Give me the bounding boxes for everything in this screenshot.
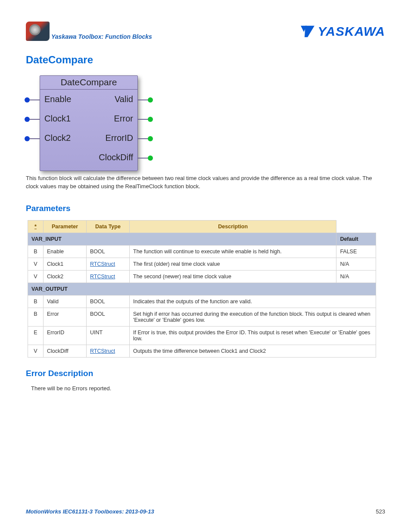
- fb-output: ClockDiff: [99, 152, 133, 162]
- product-logo-icon: [26, 22, 50, 41]
- fb-output: ErrorID: [106, 133, 133, 143]
- cell-flag: V: [28, 345, 44, 357]
- cell-flag: B: [28, 245, 44, 258]
- col-description: Description: [130, 220, 336, 233]
- yaskawa-mark-icon: [300, 25, 315, 38]
- table-row: VClock1RTCStructThe first (older) real t…: [28, 258, 376, 270]
- brand-logo: YASKAWA: [300, 24, 385, 39]
- cell-flag: V: [28, 270, 44, 283]
- cell-description: Outputs the time difference between Cloc…: [130, 345, 376, 357]
- input-pin-icon: [30, 119, 40, 120]
- type-link[interactable]: RTCStruct: [90, 274, 115, 280]
- cell-description: The function will continue to execute wh…: [130, 245, 336, 258]
- page-footer: MotionWorks IEC61131-3 Toolboxes: 2013-0…: [26, 508, 385, 515]
- cell-flag: E: [28, 326, 44, 345]
- cell-type: RTCStruct: [87, 345, 130, 357]
- fb-input: Clock1: [44, 114, 71, 124]
- cell-type: BOOL: [87, 295, 130, 308]
- cell-parameter: Clock1: [44, 258, 87, 270]
- output-pin-icon: [137, 100, 148, 100]
- cell-type: RTCStruct: [87, 258, 130, 270]
- var-input-label: VAR_INPUT: [28, 233, 336, 245]
- parameters-table: * Parameter Data Type Description VAR_IN…: [28, 220, 376, 358]
- cell-description: If Error is true, this output provides t…: [130, 326, 376, 345]
- cell-parameter: Clock2: [44, 270, 87, 283]
- table-row: BValidBOOLIndicates that the outputs of …: [28, 295, 376, 308]
- cell-parameter: Valid: [44, 295, 87, 308]
- table-row: BEnableBOOLThe function will continue to…: [28, 245, 376, 258]
- output-pin-icon: [137, 158, 148, 159]
- col-parameter: Parameter: [44, 220, 87, 233]
- page-number: 523: [376, 508, 385, 515]
- input-pin-icon: [30, 138, 40, 139]
- cell-parameter: Error: [44, 308, 87, 326]
- table-row: BErrorBOOLSet high if error has occurred…: [28, 308, 376, 326]
- cell-flag: V: [28, 258, 44, 270]
- type-link[interactable]: RTCStruct: [90, 348, 115, 354]
- col-datatype: Data Type: [87, 220, 130, 233]
- fb-name: DateCompare: [40, 76, 137, 90]
- breadcrumb: Yaskawa Toolbox: Function Blocks: [51, 33, 152, 41]
- page-header: Yaskawa Toolbox: Function Blocks YASKAWA: [26, 22, 385, 41]
- fb-output: Valid: [115, 94, 133, 104]
- cell-description: The first (older) real time clock value: [130, 258, 336, 270]
- col-flag: *: [34, 224, 37, 230]
- var-output-label: VAR_OUTPUT: [28, 283, 376, 295]
- table-row: VClockDiffRTCStructOutputs the time diff…: [28, 345, 376, 357]
- cell-type: UINT: [87, 326, 130, 345]
- fb-input: Clock2: [44, 133, 71, 143]
- cell-default: N/A: [336, 270, 376, 283]
- output-pin-icon: [137, 119, 148, 120]
- cell-description: Indicates that the outputs of the functi…: [130, 295, 376, 308]
- description-text: This function block will calculate the d…: [26, 174, 385, 191]
- error-desc-heading: Error Description: [26, 369, 385, 378]
- table-row: VClock2RTCStructThe second (newer) real …: [28, 270, 376, 283]
- fb-output: Error: [114, 114, 133, 124]
- input-pin-icon: [30, 100, 40, 100]
- cell-type: BOOL: [87, 245, 130, 258]
- cell-parameter: ClockDiff: [44, 345, 87, 357]
- cell-type: RTCStruct: [87, 270, 130, 283]
- cell-default: FALSE: [336, 245, 376, 258]
- footer-title: MotionWorks IEC61131-3 Toolboxes: 2013-0…: [26, 508, 154, 515]
- function-block-diagram: DateCompare Enable Valid Clock1 Error Cl…: [40, 75, 385, 171]
- error-desc-text: There will be no Errors reported.: [31, 385, 385, 392]
- type-link[interactable]: RTCStruct: [90, 261, 115, 267]
- cell-flag: B: [28, 308, 44, 326]
- cell-flag: B: [28, 295, 44, 308]
- cell-parameter: ErrorID: [44, 326, 87, 345]
- cell-parameter: Enable: [44, 245, 87, 258]
- col-default: Default: [336, 233, 376, 245]
- page-title: DateCompare: [26, 54, 385, 66]
- cell-description: Set high if error has occurred during th…: [130, 308, 376, 326]
- cell-default: N/A: [336, 258, 376, 270]
- parameters-heading: Parameters: [26, 204, 385, 213]
- output-pin-icon: [137, 138, 148, 139]
- cell-type: BOOL: [87, 308, 130, 326]
- table-row: EErrorIDUINTIf Error is true, this outpu…: [28, 326, 376, 345]
- fb-input: Enable: [44, 94, 71, 104]
- cell-description: The second (newer) real time clock value: [130, 270, 336, 283]
- brand-text: YASKAWA: [318, 24, 385, 39]
